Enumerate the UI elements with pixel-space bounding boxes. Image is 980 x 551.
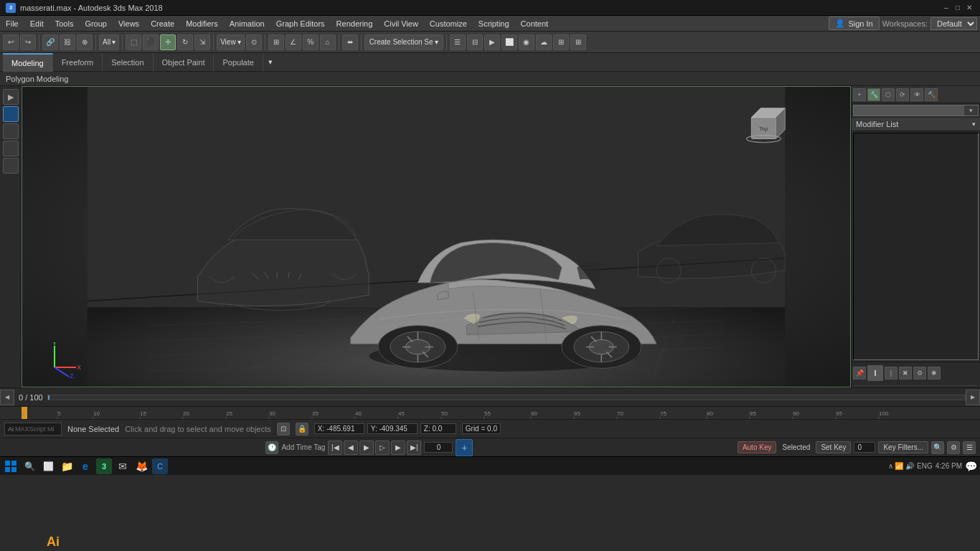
tab-selection[interactable]: Selection	[103, 53, 153, 72]
go-to-end-btn[interactable]: ▶|	[407, 441, 421, 455]
render-production[interactable]: ▶	[484, 34, 500, 50]
unlink-button[interactable]: ⛓	[60, 34, 75, 50]
sign-in-button[interactable]: 👤 Sign In	[829, 17, 879, 30]
select-button[interactable]: ⬚	[126, 34, 141, 50]
create-panel-btn[interactable]: +	[853, 88, 866, 101]
pin-stack-btn[interactable]: 📌	[853, 367, 866, 380]
spinner-snap[interactable]: ⌂	[320, 34, 336, 50]
material-editor[interactable]: ◉	[519, 34, 534, 50]
mirror-button[interactable]: ⬌	[342, 34, 358, 50]
window-controls[interactable]: – □ ✕	[941, 3, 974, 13]
frame-step-input[interactable]: 0	[854, 442, 875, 453]
menu-customize[interactable]: Customize	[424, 16, 473, 31]
modifier-active-btn[interactable]: I	[867, 365, 883, 381]
color-picker-btn[interactable]: ▾	[963, 105, 978, 116]
tab-freeform[interactable]: Freeform	[53, 53, 103, 72]
file-explorer-taskbar[interactable]: 📁	[59, 458, 75, 474]
layers-btn[interactable]: ☰	[963, 441, 976, 454]
add-key-button[interactable]: +	[456, 439, 473, 456]
menu-edit[interactable]: Edit	[24, 16, 50, 31]
play-animation-button[interactable]: ▶	[3, 89, 19, 105]
timeline-bar[interactable]	[47, 395, 966, 400]
render-frame-window[interactable]: ⬜	[501, 34, 517, 50]
viewport[interactable]: [+] [Perspective] [Standard] [Default Sh…	[22, 86, 851, 387]
select-region-button[interactable]: ⬛	[143, 34, 159, 50]
current-frame-input[interactable]: 0	[424, 442, 453, 453]
go-to-start-btn[interactable]: |◀	[328, 441, 342, 455]
menu-file[interactable]: File	[0, 16, 24, 31]
delete-modifier-btn[interactable]: ✖	[899, 367, 912, 380]
menu-graph-editors[interactable]: Graph Editors	[270, 16, 331, 31]
timeline-next-button[interactable]: ▶	[966, 390, 980, 405]
configure-sets-btn[interactable]: ⚙	[913, 367, 926, 380]
prev-frame-btn[interactable]: ◀	[344, 441, 358, 455]
select-scale-button[interactable]: ⇲	[194, 34, 210, 50]
frame-ruler[interactable]: 0 5 10 15 20 25 30 35 40 45 50 55 60 65 …	[0, 406, 980, 419]
color-swatch[interactable]: ▾	[853, 105, 979, 116]
more-tools[interactable]: ⊞	[570, 34, 586, 50]
edge-taskbar[interactable]: e	[77, 458, 93, 474]
modifier-list-header[interactable]: Modifier List ▾	[852, 118, 980, 131]
firefox-taskbar[interactable]: 🦊	[133, 458, 149, 474]
create-selection-button[interactable]: Create Selection Se▾	[364, 34, 443, 50]
undo-button[interactable]: ↩	[3, 34, 19, 50]
menu-group[interactable]: Group	[79, 16, 113, 31]
viewport-2-button[interactable]	[3, 123, 19, 139]
viewport-1-button[interactable]	[3, 106, 19, 122]
menu-tools[interactable]: Tools	[50, 16, 80, 31]
absolute-mode-btn[interactable]: ⊡	[277, 423, 290, 435]
minimize-button[interactable]: –	[941, 3, 951, 13]
play-selected-btn[interactable]: ▷	[375, 441, 390, 455]
link-button[interactable]: 🔗	[42, 34, 58, 50]
search-taskbar-btn[interactable]: 🔍	[22, 458, 37, 474]
use-pivot-center[interactable]: ⊙	[246, 34, 262, 50]
3dsmax-taskbar[interactable]: 3	[96, 458, 112, 474]
task-view-btn[interactable]: ⬜	[40, 458, 56, 474]
hierarchy-panel-btn[interactable]: ⬡	[882, 88, 895, 101]
layers-button[interactable]: ☰	[450, 34, 466, 50]
menu-rendering[interactable]: Rendering	[331, 16, 379, 31]
percent-snap[interactable]: %	[303, 34, 319, 50]
show-result-btn[interactable]: |	[885, 367, 897, 380]
play-btn[interactable]: ▶	[359, 441, 374, 455]
render-in-view[interactable]: ☁	[536, 34, 552, 50]
select-move-button[interactable]: ✛	[160, 34, 176, 50]
lock-selection-btn[interactable]: 🔒	[296, 423, 308, 435]
bind-space-warp[interactable]: ⊕	[77, 34, 93, 50]
close-button[interactable]: ✕	[964, 3, 974, 13]
render-setup[interactable]: ⊟	[467, 34, 483, 50]
auto-key-button[interactable]: Auto Key	[738, 441, 777, 453]
maxscript-mini[interactable]: Ai MAXScript Mi	[4, 423, 62, 435]
windows-start-btn[interactable]	[3, 458, 19, 474]
viewport-3-button[interactable]	[3, 141, 19, 156]
timeline-prev-button[interactable]: ◀	[0, 390, 14, 405]
key-filters-button[interactable]: Key Filters...	[878, 441, 928, 453]
set-key-button[interactable]: Set Key	[816, 441, 851, 453]
menu-content[interactable]: Content	[515, 16, 555, 31]
snap-toggle[interactable]: ⊞	[268, 34, 284, 50]
maximize-button[interactable]: □	[953, 3, 963, 13]
notification-btn[interactable]: 💬	[965, 461, 977, 472]
settings-btn[interactable]: ⚙	[947, 441, 960, 454]
select-rotate-button[interactable]: ↻	[177, 34, 193, 50]
menu-views[interactable]: Views	[113, 16, 145, 31]
menu-civil-view[interactable]: Civil View	[378, 16, 423, 31]
outlook-taskbar[interactable]: ✉	[115, 458, 131, 474]
view-dropdown[interactable]: View▾	[217, 34, 245, 50]
sub-tab-extra[interactable]: ▾	[263, 55, 278, 70]
filter-dropdown[interactable]: All▾	[99, 34, 119, 50]
scene-explorer[interactable]: ⊞	[553, 34, 569, 50]
next-frame-btn[interactable]: ▶	[391, 441, 405, 455]
add-time-tag-btn[interactable]: 🕐	[265, 441, 278, 454]
redo-button[interactable]: ↪	[20, 34, 36, 50]
tab-object-paint[interactable]: Object Paint	[154, 53, 215, 72]
search-btn[interactable]: 🔍	[931, 441, 944, 454]
tab-modeling[interactable]: Modeling	[3, 53, 53, 72]
tab-populate[interactable]: Populate	[214, 53, 263, 72]
display-panel-btn[interactable]: 👁	[910, 88, 923, 101]
viewport-4-button[interactable]	[3, 158, 19, 174]
motion-panel-btn[interactable]: ⟳	[896, 88, 909, 101]
menu-modifiers[interactable]: Modifiers	[180, 16, 224, 31]
workspaces-dropdown[interactable]: Default	[930, 17, 977, 30]
vscode-taskbar[interactable]: C	[152, 458, 168, 474]
